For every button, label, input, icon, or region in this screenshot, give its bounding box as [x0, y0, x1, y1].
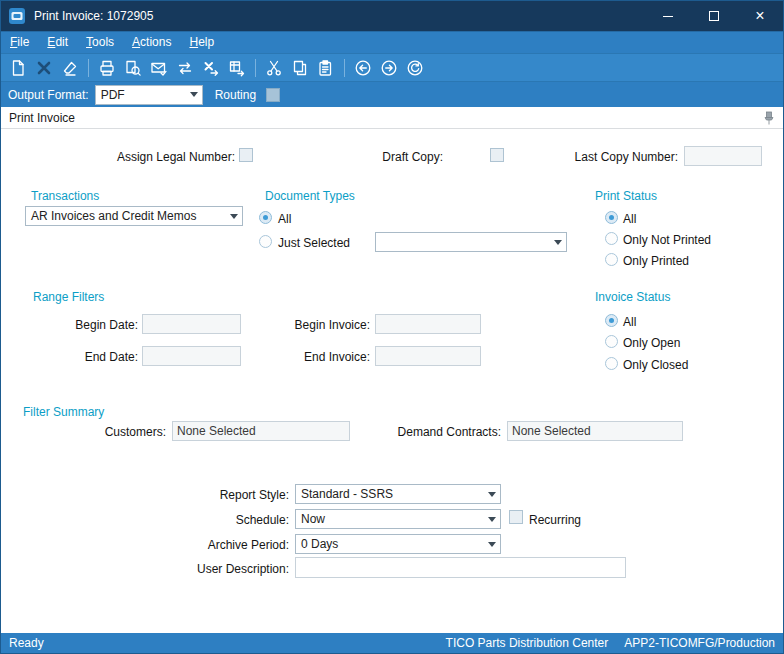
end-date-label: End Date: [61, 350, 138, 364]
begin-invoice-label: Begin Invoice: [284, 318, 370, 332]
site-name: TICO Parts Distribution Center [446, 636, 609, 650]
print-status-all-label[interactable]: All [623, 212, 636, 226]
environment-name: APP2-TICOMFG/Production [624, 636, 775, 650]
range-filters-section-label: Range Filters [33, 290, 104, 304]
assign-legal-number-checkbox[interactable] [239, 148, 253, 162]
schedule-label: Schedule: [209, 513, 289, 527]
transactions-section-label: Transactions [31, 189, 99, 203]
menu-item-edit[interactable]: Edit [38, 32, 77, 53]
print-status-radio-only-printed[interactable] [605, 253, 618, 266]
document-types-radio-all[interactable] [259, 211, 272, 224]
archive-period-value: 0 Days [296, 537, 484, 551]
menu-item-file[interactable]: File [1, 32, 38, 53]
invoice-status-all-label[interactable]: All [623, 315, 636, 329]
begin-date-label: Begin Date: [61, 318, 138, 332]
transfer-icon[interactable] [172, 56, 198, 80]
invoice-status-radio-only-open[interactable] [605, 335, 618, 348]
pin-icon[interactable] [762, 110, 776, 126]
export-grid-icon[interactable] [224, 56, 250, 80]
report-style-label: Report Style: [209, 488, 289, 502]
output-format-dropdown[interactable]: PDF [95, 85, 203, 105]
copy-icon[interactable] [287, 56, 313, 80]
toolbar-separator [344, 59, 345, 77]
invoice-status-only-closed-label[interactable]: Only Closed [623, 358, 688, 372]
archive-period-label: Archive Period: [199, 538, 289, 552]
document-types-radio-just-selected[interactable] [259, 235, 272, 248]
close-icon: × [755, 8, 764, 24]
toolbar-separator [255, 59, 256, 77]
print-status-radio-only-not-printed[interactable] [605, 232, 618, 245]
toolbar-separator [88, 59, 89, 77]
demand-contracts-label: Demand Contracts: [390, 425, 501, 439]
cancel-transfer-icon[interactable] [198, 56, 224, 80]
archive-period-dropdown[interactable]: 0 Days [295, 534, 501, 554]
begin-invoice-input[interactable] [375, 314, 481, 334]
end-invoice-input[interactable] [375, 346, 481, 366]
print-icon[interactable] [94, 56, 120, 80]
transactions-dropdown[interactable]: AR Invoices and Credit Memos [25, 206, 243, 226]
paste-icon[interactable] [313, 56, 339, 80]
chevron-down-icon [484, 510, 500, 528]
print-invoice-window: Print Invoice: 1072905 × File Edit Tools… [0, 0, 784, 654]
output-format-bar: Output Format: PDF Routing [1, 81, 783, 107]
print-status-only-printed-label[interactable]: Only Printed [623, 254, 689, 268]
last-copy-number-input[interactable] [684, 146, 762, 166]
chevron-down-icon [484, 485, 500, 503]
recurring-checkbox[interactable] [509, 510, 523, 524]
just-selected-dropdown[interactable] [375, 232, 567, 252]
chevron-down-icon [550, 233, 566, 251]
title-bar: Print Invoice: 1072905 × [1, 1, 783, 31]
status-bar: Ready TICO Parts Distribution Center APP… [1, 633, 783, 653]
navigate-back-icon[interactable] [350, 56, 376, 80]
routing-checkbox[interactable] [266, 88, 280, 102]
maximize-button[interactable] [691, 1, 737, 31]
user-description-label: User Description: [191, 562, 289, 576]
panel-title: Print Invoice [9, 111, 75, 125]
report-style-value: Standard - SSRS [296, 487, 484, 501]
recurring-label[interactable]: Recurring [529, 513, 581, 527]
end-date-input[interactable] [142, 346, 241, 366]
delete-icon[interactable] [31, 56, 57, 80]
draft-copy-checkbox[interactable] [490, 148, 504, 162]
demand-contracts-input[interactable] [507, 421, 683, 441]
menu-item-tools[interactable]: Tools [77, 32, 123, 53]
toolbar [1, 53, 783, 81]
document-types-just-selected-label[interactable]: Just Selected [278, 236, 350, 250]
maximize-icon [709, 11, 719, 21]
report-style-dropdown[interactable]: Standard - SSRS [295, 484, 501, 504]
invoice-status-radio-all[interactable] [605, 314, 618, 327]
chevron-down-icon [484, 535, 500, 553]
document-types-section-label: Document Types [265, 189, 355, 203]
user-description-input[interactable] [295, 557, 626, 578]
panel-header: Print Invoice [1, 107, 783, 129]
menu-bar: File Edit Tools Actions Help [1, 31, 783, 53]
window-title: Print Invoice: 1072905 [34, 9, 153, 23]
status-text: Ready [9, 636, 44, 650]
navigate-forward-icon[interactable] [376, 56, 402, 80]
print-status-radio-all[interactable] [605, 211, 618, 224]
document-types-all-label[interactable]: All [278, 212, 291, 226]
last-copy-number-label: Last Copy Number: [566, 150, 678, 164]
chevron-down-icon [226, 207, 242, 225]
invoice-status-radio-only-closed[interactable] [605, 357, 618, 370]
window-controls: × [645, 1, 783, 31]
filter-summary-section-label: Filter Summary [23, 405, 104, 419]
send-mail-icon[interactable] [146, 56, 172, 80]
invoice-status-only-open-label[interactable]: Only Open [623, 336, 680, 350]
cut-icon[interactable] [261, 56, 287, 80]
new-icon[interactable] [5, 56, 31, 80]
print-preview-icon[interactable] [120, 56, 146, 80]
minimize-button[interactable] [645, 1, 691, 31]
refresh-icon[interactable] [402, 56, 428, 80]
schedule-dropdown[interactable]: Now [295, 509, 501, 529]
output-format-value: PDF [96, 88, 186, 102]
begin-date-input[interactable] [142, 314, 241, 334]
menu-item-help[interactable]: Help [180, 32, 223, 53]
print-status-section-label: Print Status [595, 189, 657, 203]
customers-input[interactable] [172, 421, 350, 441]
close-button[interactable]: × [737, 1, 783, 31]
end-invoice-label: End Invoice: [284, 350, 370, 364]
menu-item-actions[interactable]: Actions [123, 32, 180, 53]
print-status-only-not-printed-label[interactable]: Only Not Printed [623, 233, 711, 247]
clear-icon[interactable] [57, 56, 83, 80]
